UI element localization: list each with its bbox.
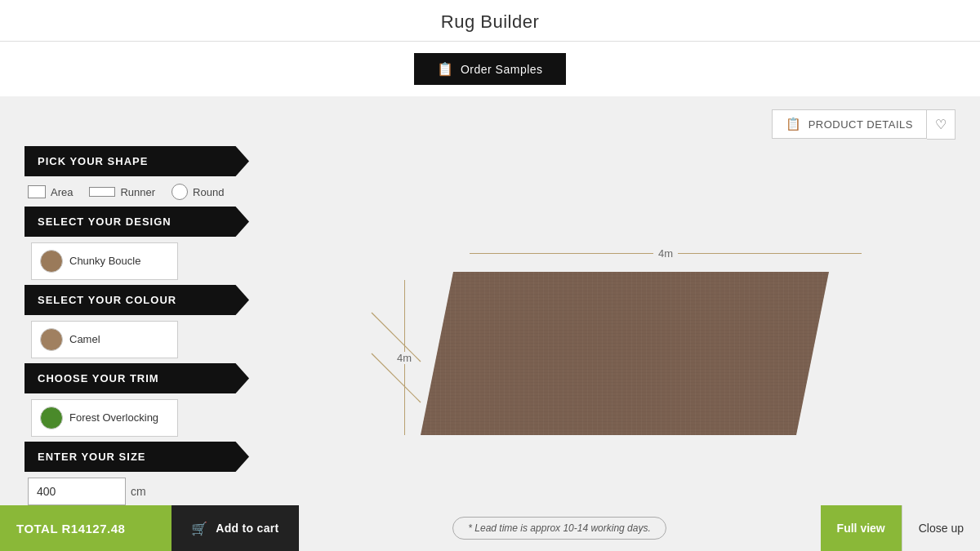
wishlist-button[interactable]: ♡ (927, 109, 956, 140)
clipboard-icon: 📋 (437, 61, 454, 77)
shape-runner[interactable]: Runner (89, 186, 155, 198)
header: Rug Builder (0, 0, 980, 42)
trim-swatch (40, 407, 63, 429)
runner-icon (89, 187, 115, 197)
product-details-icon: 📋 (786, 117, 802, 131)
product-details-button[interactable]: 📋 PRODUCT DETAILS (772, 109, 927, 139)
colour-label: Camel (69, 333, 169, 346)
preview-area: 4m 4m (261, 146, 956, 505)
design-label: Chunky Boucle (69, 255, 169, 268)
rug-container: 4m 4m (421, 272, 829, 435)
rug-preview (421, 272, 829, 435)
full-view-button[interactable]: Full view (821, 505, 902, 551)
close-up-button[interactable]: Close up (902, 505, 980, 551)
diagonal-hint (355, 296, 437, 378)
cart-label: Add to cart (216, 522, 278, 535)
round-icon (172, 184, 188, 200)
area-icon (28, 185, 46, 198)
footer-lead: * Lead time is approx 10-14 working days… (299, 505, 821, 551)
order-samples-button[interactable]: 📋 Order Samples (414, 53, 565, 85)
round-label: Round (193, 186, 224, 198)
svg-line-0 (372, 313, 421, 362)
left-panel: PICK YOUR SHAPE Area Runner Round SELECT… (24, 146, 261, 505)
shape-selector: Area Runner Round (24, 177, 261, 207)
cart-icon: 🛒 (191, 521, 207, 536)
top-bar: 📋 PRODUCT DETAILS ♡ (24, 109, 956, 140)
main-content: 📋 PRODUCT DETAILS ♡ PICK YOUR SHAPE Area… (0, 96, 980, 505)
width-input[interactable] (28, 478, 126, 505)
step-design[interactable]: SELECT YOUR DESIGN (24, 207, 249, 237)
footer: TOTAL R14127.48 🛒 Add to cart * Lead tim… (0, 505, 980, 551)
shape-area[interactable]: Area (28, 185, 73, 198)
top-dim-line (470, 253, 653, 254)
page-title: Rug Builder (0, 11, 980, 33)
colour-swatch (40, 328, 63, 351)
step-size[interactable]: ENTER YOUR SIZE (24, 442, 249, 472)
width-unit: cm (131, 485, 146, 498)
step-shape[interactable]: PICK YOUR SHAPE (24, 146, 249, 176)
lead-time-text: * Lead time is approx 10-14 working days… (468, 522, 650, 534)
close-up-label: Close up (919, 522, 964, 535)
add-to-cart-button[interactable]: 🛒 Add to cart (172, 505, 299, 551)
step-colour[interactable]: SELECT YOUR COLOUR (24, 285, 249, 315)
colour-dropdown[interactable]: Camel (31, 321, 178, 358)
lead-time-badge: * Lead time is approx 10-14 working days… (452, 517, 666, 540)
order-samples-label: Order Samples (461, 63, 543, 76)
content-area: PICK YOUR SHAPE Area Runner Round SELECT… (24, 146, 956, 505)
rug-border (421, 272, 829, 435)
design-dropdown[interactable]: Chunky Boucle (31, 242, 178, 280)
trim-dropdown[interactable]: Forest Overlocking (31, 399, 178, 437)
shape-round[interactable]: Round (172, 184, 224, 200)
runner-label: Runner (120, 186, 155, 198)
full-view-label: Full view (837, 522, 885, 535)
area-label: Area (51, 186, 73, 198)
top-dimension: 4m (470, 247, 862, 260)
width-row: cm (28, 478, 261, 505)
size-inputs: cm cm (24, 473, 261, 505)
order-samples-area: 📋 Order Samples (0, 42, 980, 96)
footer-total: TOTAL R14127.48 (0, 505, 172, 551)
total-label: TOTAL R14127.48 (16, 522, 125, 535)
product-details-label: PRODUCT DETAILS (808, 118, 913, 131)
heart-icon: ♡ (935, 118, 947, 131)
design-swatch (40, 250, 63, 273)
trim-label: Forest Overlocking (69, 411, 169, 424)
step-trim[interactable]: CHOOSE YOUR TRIM (24, 363, 249, 393)
top-dim-line-right (678, 253, 862, 254)
top-dim-label: 4m (653, 247, 678, 260)
